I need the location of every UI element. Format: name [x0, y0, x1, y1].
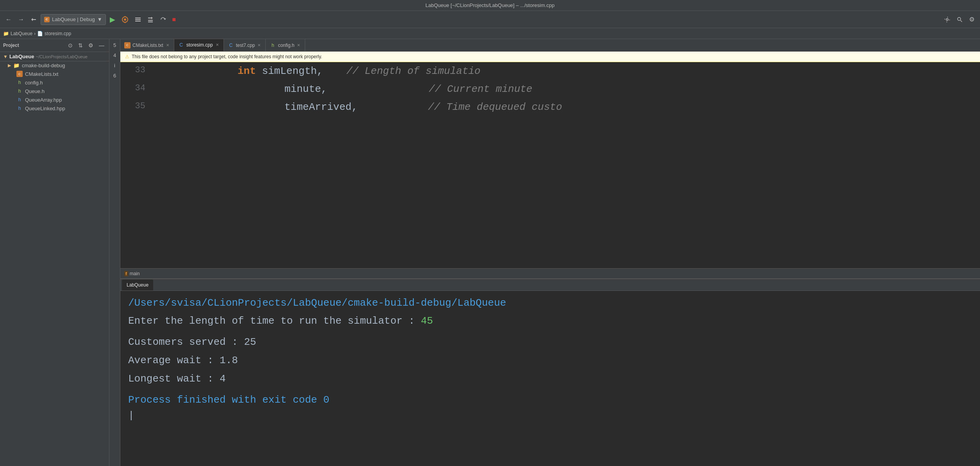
build-all-button[interactable]: [132, 15, 143, 24]
tab-label: CMakeLists.txt: [132, 43, 163, 48]
run-path: /Users/svisa/CLionProjects/LabQueue/cmak…: [128, 297, 972, 309]
tab-close-cmakelists[interactable]: ✕: [165, 43, 170, 48]
code-line-33: 33 int simLength,// Length of simulatio: [120, 62, 980, 80]
project-root[interactable]: ▼ LabQueue ~/CLionProjects/LabQueue: [0, 52, 109, 61]
line-number-33: 33: [120, 62, 152, 75]
tab-close-config-h[interactable]: ✕: [296, 43, 301, 48]
sidebar-item-label: CMakeLists.txt: [25, 71, 58, 77]
sidebar-close-button[interactable]: —: [97, 41, 106, 49]
stat-customers: Customers served : 25: [128, 333, 972, 351]
sidebar-item-queuearray-hpp[interactable]: h QueueArray.hpp: [0, 95, 109, 104]
breadcrumb-icon: 📁: [3, 31, 9, 36]
back-button[interactable]: ←: [3, 14, 14, 25]
tab-storesim[interactable]: C storesim.cpp ✕: [174, 39, 224, 52]
breadcrumb-file[interactable]: storesim.cpp: [45, 31, 71, 36]
svg-point-1: [124, 18, 126, 21]
sidebar-item-label: cmake-build-debug: [22, 63, 65, 68]
code-editor[interactable]: 33 int simLength,// Length of simulatio …: [120, 62, 980, 268]
sidebar-item-cmakelists[interactable]: C CMakeLists.txt: [0, 70, 109, 78]
h-file-icon2: h: [16, 88, 23, 94]
run-exit-message: Process finished with exit code 0: [128, 394, 972, 406]
run-button[interactable]: ▶: [107, 14, 118, 25]
sidebar-settings-button[interactable]: ⚙: [87, 41, 95, 49]
stat-sep: :: [207, 355, 220, 366]
navigate-button[interactable]: [28, 15, 39, 24]
folder-expand-icon: ▶: [8, 63, 11, 68]
tab-label: test7.cpp: [236, 43, 255, 48]
window-title: LabQueue [~/CLionProjects/LabQueue] – ..…: [426, 2, 555, 8]
reload-button[interactable]: [157, 15, 168, 24]
side-btn-1[interactable]: 5: [111, 41, 119, 49]
title-bar: LabQueue [~/CLionProjects/LabQueue] – ..…: [0, 0, 980, 11]
side-btn-2[interactable]: 4: [111, 51, 119, 59]
run-stats: Customers served : 25 Average wait : 1.8…: [128, 333, 972, 388]
code-line-34: 34 minute,// Current minute: [120, 80, 980, 98]
stat-label: Average wait: [128, 355, 207, 366]
breadcrumb-bar: 📁 LabQueue › 📄 storesim.cpp: [0, 28, 980, 39]
svg-point-9: [946, 18, 948, 20]
config-label: LabQueue | Debug: [52, 16, 95, 22]
run-cursor: |: [128, 410, 972, 421]
breadcrumb-separator: ›: [34, 31, 36, 36]
prompt-value: 45: [421, 315, 433, 327]
hpp-file-icon2: h: [16, 105, 23, 111]
side-btn-4[interactable]: 6: [111, 71, 119, 80]
function-breadcrumb: f main: [120, 268, 980, 278]
settings-button[interactable]: [942, 15, 953, 24]
run-tab-label: LabQueue: [127, 282, 148, 288]
stop-button[interactable]: ■: [170, 14, 179, 25]
tab-close-test7[interactable]: ✕: [257, 43, 261, 48]
side-tool-buttons: 5 4 i 6: [109, 39, 120, 466]
stat-value: 1.8: [220, 355, 238, 366]
run-tab[interactable]: LabQueue: [122, 280, 153, 290]
stat-average: Average wait : 1.8: [128, 351, 972, 370]
sidebar-scope-button[interactable]: ⊙: [66, 41, 74, 49]
code-content-33: int simLength,// Length of simulatio: [152, 62, 980, 80]
code-line-35: 35 timeArrived,// Time dequeued custo: [120, 98, 980, 116]
folder-icon: ▼: [3, 54, 8, 59]
tab-label: storesim.cpp: [186, 42, 213, 48]
editor-tabs: C CMakeLists.txt ✕ C storesim.cpp ✕ C te…: [120, 39, 980, 52]
tab-test7[interactable]: C test7.cpp ✕: [224, 39, 266, 52]
sidebar-item-queue-h[interactable]: h Queue.h: [0, 87, 109, 95]
cmake-file-icon: C: [16, 71, 23, 77]
svg-rect-8: [148, 22, 153, 22]
sidebar-item-label: config.h: [25, 80, 43, 86]
more-actions-button[interactable]: ⚙: [967, 14, 977, 25]
tab-cmakelists[interactable]: C CMakeLists.txt ✕: [120, 39, 174, 52]
cpp-tab-icon2: C: [228, 42, 234, 48]
breadcrumb-project[interactable]: LabQueue: [11, 31, 32, 36]
stat-value: 25: [244, 336, 256, 348]
project-header: Project ⊙ ⇅ ⚙ —: [0, 39, 109, 52]
forward-button[interactable]: →: [16, 14, 27, 25]
step-button[interactable]: [145, 15, 156, 24]
content-area: C CMakeLists.txt ✕ C storesim.cpp ✕ C te…: [120, 39, 980, 466]
search-global-button[interactable]: [954, 15, 965, 24]
code-lines: 33 int simLength,// Length of simulatio …: [120, 62, 980, 116]
folder-icon-cmake: 📁: [13, 63, 20, 68]
sidebar-item-label: QueueLinked.hpp: [25, 106, 65, 111]
root-path: ~/CLionProjects/LabQueue: [36, 54, 87, 59]
warning-banner: ⚠ This file does not belong to any proje…: [120, 52, 980, 62]
debug-button[interactable]: [119, 14, 131, 25]
warning-icon: ⚠: [125, 54, 129, 59]
tab-close-storesim[interactable]: ✕: [215, 42, 220, 47]
tab-config-h[interactable]: h config.h ✕: [266, 39, 305, 52]
bottom-tabs: LabQueue: [120, 279, 980, 291]
code-content-34: minute,// Current minute: [152, 80, 980, 98]
sidebar-collapse-button[interactable]: ⇅: [77, 41, 84, 49]
sidebar-item-config-h[interactable]: h config.h: [0, 78, 109, 87]
config-selector[interactable]: C LabQueue | Debug ▼: [41, 14, 106, 25]
stat-label: Customers served: [128, 336, 232, 348]
root-label: LabQueue: [9, 54, 34, 59]
sidebar-item-label: QueueArray.hpp: [25, 97, 62, 103]
sidebar-item-queuelinked-hpp[interactable]: h QueueLinked.hpp: [0, 104, 109, 113]
side-btn-3[interactable]: i: [111, 61, 119, 70]
line-number-34: 34: [120, 80, 152, 93]
sidebar-item-label: Queue.h: [25, 88, 45, 94]
h-file-icon: h: [16, 79, 23, 86]
breadcrumb-icon2: 📄: [37, 31, 43, 36]
sidebar-item-cmake-build-debug[interactable]: ▶ 📁 cmake-build-debug: [0, 61, 109, 70]
hpp-file-icon: h: [16, 97, 23, 103]
svg-line-11: [960, 20, 962, 22]
